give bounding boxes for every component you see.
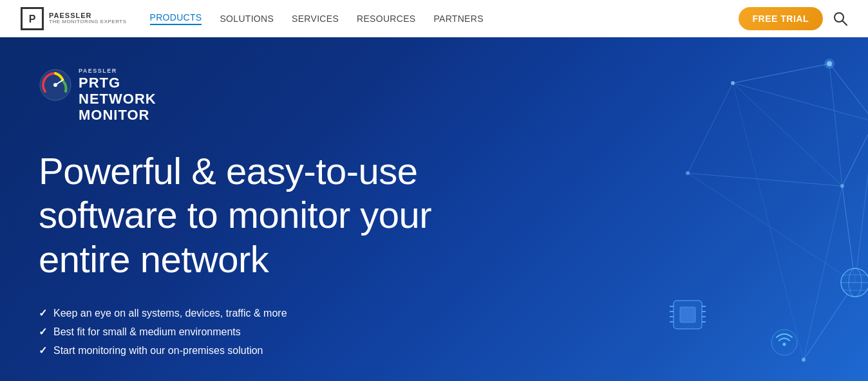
svg-point-45 — [53, 83, 57, 87]
feature-text-3: Start monitoring with our on-premises so… — [53, 345, 263, 357]
svg-line-5 — [829, 64, 868, 122]
navbar: P PAESSLER THE MONITORING EXPERTS PRODUC… — [0, 0, 868, 37]
svg-text:P: P — [29, 14, 36, 24]
svg-line-3 — [843, 21, 847, 25]
svg-line-11 — [804, 186, 842, 360]
nav-partners[interactable]: PARTNERS — [433, 14, 483, 24]
paessler-logo-svg: P — [22, 8, 42, 29]
feature-text-2: Best fit for small & medium environments — [53, 326, 241, 338]
network-background-svg — [443, 37, 868, 381]
prtg-gauge-icon — [39, 68, 72, 102]
check-icon-3: ✓ — [39, 344, 47, 357]
svg-point-39 — [783, 343, 786, 346]
svg-point-40 — [802, 358, 806, 362]
paessler-logo[interactable]: P PAESSLER THE MONITORING EXPERTS — [21, 7, 127, 30]
nav-products[interactable]: PRODUCTS — [150, 12, 202, 25]
svg-line-15 — [688, 83, 733, 173]
logo-text: PAESSLER THE MONITORING EXPERTS — [49, 12, 127, 25]
prtg-paessler-label: PAESSLER — [79, 68, 156, 75]
prtg-product-name: PRTG NETWORK MONITOR — [79, 75, 156, 124]
search-button[interactable] — [833, 12, 847, 26]
svg-point-42 — [686, 171, 690, 175]
navbar-right: FREE TRIAL — [739, 7, 847, 30]
nav-links: PRODUCTS SOLUTIONS SERVICES RESOURCES PA… — [150, 12, 739, 25]
search-icon — [833, 12, 847, 26]
check-icon-1: ✓ — [39, 307, 47, 319]
hero-section: PAESSLER PRTG NETWORK MONITOR Powerful &… — [0, 37, 868, 381]
svg-line-4 — [733, 64, 829, 83]
svg-line-16 — [688, 173, 842, 186]
logo-icon: P — [21, 7, 44, 30]
svg-line-12 — [733, 83, 842, 186]
free-trial-button[interactable]: FREE TRIAL — [739, 7, 823, 30]
prtg-text-block: PAESSLER PRTG NETWORK MONITOR — [79, 68, 156, 124]
nav-services[interactable]: SERVICES — [292, 14, 339, 24]
check-icon-2: ✓ — [39, 326, 47, 338]
svg-point-21 — [731, 81, 735, 85]
svg-line-17 — [688, 173, 855, 283]
svg-point-18 — [824, 59, 835, 69]
nav-resources[interactable]: RESOURCES — [357, 14, 415, 24]
svg-line-14 — [733, 83, 804, 360]
svg-line-13 — [855, 122, 868, 283]
feature-text-1: Keep an eye on all systems, devices, tra… — [53, 308, 287, 319]
svg-line-10 — [829, 64, 842, 186]
svg-rect-37 — [680, 307, 695, 322]
nav-solutions[interactable]: SOLUTIONS — [220, 14, 274, 24]
svg-point-41 — [840, 184, 844, 188]
company-tagline: THE MONITORING EXPERTS — [49, 19, 127, 25]
svg-line-6 — [842, 122, 868, 186]
